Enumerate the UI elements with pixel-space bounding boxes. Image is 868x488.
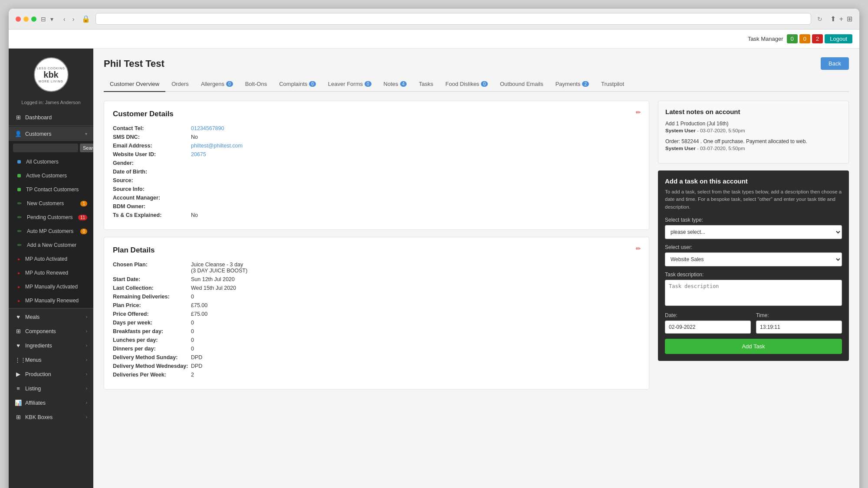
sidebar-item-affiliates[interactable]: 📊 Affiliates › [9, 396, 93, 410]
plan-details-edit-icon[interactable]: ✏ [636, 245, 641, 252]
plan-details-table: Chosen Plan: Juice Cleanse - 3 day (3 DA… [113, 262, 640, 378]
date-field: Date: [665, 312, 751, 334]
task-type-select[interactable]: please select... [665, 225, 842, 239]
sidebar-item-meals[interactable]: ♥ Meals › [9, 310, 93, 324]
sidebar-item-customers[interactable]: 👤 Customers ▾ [9, 127, 93, 141]
tab-customer-overview[interactable]: Customer Overview [104, 77, 165, 92]
detail-row-dinners: Dinners per day: 0 [113, 346, 640, 352]
customer-search-button[interactable]: Search [80, 144, 93, 152]
note-entry-1: Order: 582244 . One off purchase. Paymen… [665, 138, 842, 151]
sidebar-item-mp-auto-activated[interactable]: ● MP Auto Activated [9, 252, 93, 266]
tab-food-dislikes[interactable]: Food Dislikes 0 [439, 77, 494, 92]
sidebar-item-mp-auto-renewed[interactable]: ● MP Auto Renewed [9, 266, 93, 280]
new-customers-icon: ✏ [17, 200, 22, 206]
task-description-textarea[interactable] [665, 280, 842, 306]
window-grid-button[interactable]: ⊟ [41, 16, 46, 23]
maximize-dot[interactable] [31, 16, 36, 22]
sidebar-item-listing[interactable]: ≡ Listing › [9, 381, 93, 396]
kbk-boxes-icon: ⊞ [15, 414, 22, 420]
reload-icon[interactable]: ↻ [817, 16, 822, 23]
share-button[interactable]: ⬆ [830, 15, 836, 23]
components-icon: ⊞ [15, 328, 22, 334]
time-input[interactable] [756, 321, 842, 334]
pending-customers-badge: 11 [78, 215, 87, 220]
sidebar-item-kbk-boxes[interactable]: ⊞ KBK Boxes › [9, 410, 93, 424]
sidebar-item-active-customers[interactable]: Active Customers [9, 169, 93, 183]
detail-row-contact-tel: Contact Tel: 01234567890 [113, 125, 640, 131]
tab-complaints[interactable]: Complaints 0 [273, 77, 322, 92]
browser-back-button[interactable]: ‹ [61, 15, 68, 23]
close-dot[interactable] [16, 16, 21, 22]
minimize-dot[interactable] [23, 16, 29, 22]
tp-contact-dot [17, 188, 21, 191]
active-customers-dot [17, 174, 21, 177]
customer-details-title: Customer Details [113, 110, 640, 118]
affiliates-arrow: › [86, 400, 87, 405]
sidebar-item-menus[interactable]: ⋮⋮ Menus › [9, 353, 93, 367]
tab-trustpilot[interactable]: Trustpilot [595, 77, 630, 92]
sidebar-item-components[interactable]: ⊞ Components › [9, 324, 93, 338]
sidebar-item-dashboard[interactable]: ⊞ Dashboard [9, 110, 93, 124]
customer-details-panel: Customer Details ✏ Contact Tel: 01234567… [104, 101, 649, 230]
sidebar-item-new-customers[interactable]: ✏ New Customers 1 [9, 197, 93, 210]
sidebar-item-pending-customers[interactable]: ✏ Pending Customers 11 [9, 210, 93, 224]
listing-arrow: › [86, 386, 87, 391]
tab-allergens[interactable]: Allergens 0 [195, 77, 239, 92]
sidebar-item-mp-manually-activated[interactable]: ● MP Manually Activated [9, 280, 93, 294]
tab-notes[interactable]: Notes 4 [378, 77, 413, 92]
tab-bolt-ons[interactable]: Bolt-Ons [239, 77, 273, 92]
browser-forward-button[interactable]: › [70, 15, 77, 23]
extensions-button[interactable]: ⊞ [847, 15, 852, 23]
new-tab-button[interactable]: + [839, 15, 843, 23]
chosen-plan-sub: (3 DAY JUICE BOOST) [191, 268, 247, 274]
logout-button[interactable]: Logout [825, 34, 852, 43]
customer-search-input[interactable] [13, 144, 78, 152]
detail-row-start-date: Start Date: Sun 12th Jul 2020 [113, 276, 640, 282]
menus-icon: ⋮⋮ [15, 357, 22, 363]
chosen-plan-value: Juice Cleanse - 3 day [191, 262, 247, 268]
last-collection-value: Wed 15th Jul 2020 [191, 285, 236, 291]
top-bar: Task Manager 0 0 2 Logout [9, 29, 859, 49]
notes-badge: 4 [400, 81, 407, 87]
sidebar: LESS COOKING kbk MORE LIVING Logged in: … [9, 49, 93, 488]
tab-outbound-emails[interactable]: Outbound Emails [494, 77, 549, 92]
detail-row-website-user-id: Website User ID: 20675 [113, 151, 640, 157]
content-grid: Customer Details ✏ Contact Tel: 01234567… [104, 101, 849, 390]
select-user-field: Select user: Website Sales [665, 244, 842, 266]
window-dropdown-button[interactable]: ▾ [50, 16, 53, 23]
detail-row-remaining-deliveries: Remaining Deliveries: 0 [113, 294, 640, 300]
detail-row-ts-cs: Ts & Cs Explained: No [113, 212, 640, 218]
date-input[interactable] [665, 321, 751, 334]
tab-leaver-forms[interactable]: Leaver Forms 0 [322, 77, 378, 92]
kbk-boxes-arrow: › [86, 415, 87, 419]
pending-customers-icon: ✏ [17, 214, 22, 220]
ts-cs-value: No [191, 212, 198, 218]
note-meta-1: System User - 03-07-2020, 5:50pm [665, 146, 842, 151]
tab-tasks[interactable]: Tasks [413, 77, 439, 92]
customer-details-edit-icon[interactable]: ✏ [636, 109, 641, 116]
sidebar-item-all-customers[interactable]: All Customers [9, 155, 93, 169]
plan-details-panel: Plan Details ✏ Chosen Plan: Juice Cleans… [104, 237, 649, 390]
left-column: Customer Details ✏ Contact Tel: 01234567… [104, 101, 649, 390]
add-task-button[interactable]: Add Task [665, 339, 842, 354]
tab-orders[interactable]: Orders [165, 77, 195, 92]
detail-row-price-offered: Price Offered: £75.00 [113, 311, 640, 317]
date-label: Date: [665, 312, 751, 318]
sidebar-item-tp-contact[interactable]: TP Contact Customers [9, 183, 93, 197]
url-bar[interactable] [95, 13, 811, 25]
sidebar-item-production[interactable]: ▶ Production › [9, 367, 93, 381]
all-customers-dot [17, 160, 21, 164]
sidebar-item-auto-mp[interactable]: ✏ Auto MP Customers 0 [9, 224, 93, 238]
detail-row-days-per-week: Days per week: 0 [113, 320, 640, 326]
note-text-1: Order: 582244 . One off purchase. Paymen… [665, 138, 842, 144]
task-description-label: Task description: [665, 272, 842, 278]
select-user-select[interactable]: Website Sales [665, 252, 842, 266]
tab-payments[interactable]: Payments 2 [549, 77, 595, 92]
sidebar-item-add-customer[interactable]: ✏ Add a New Customer [9, 238, 93, 252]
sidebar-item-ingredients[interactable]: ♥ Ingredients › [9, 338, 93, 353]
back-button[interactable]: Back [821, 57, 849, 70]
sidebar-item-mp-manually-renewed[interactable]: ● MP Manually Renewed [9, 294, 93, 308]
page-header: Phil Test Test Back [104, 57, 849, 70]
task-panel: Add a task on this account To add a task… [658, 170, 849, 361]
right-column: Latest notes on account Add 1 Production… [658, 101, 849, 390]
